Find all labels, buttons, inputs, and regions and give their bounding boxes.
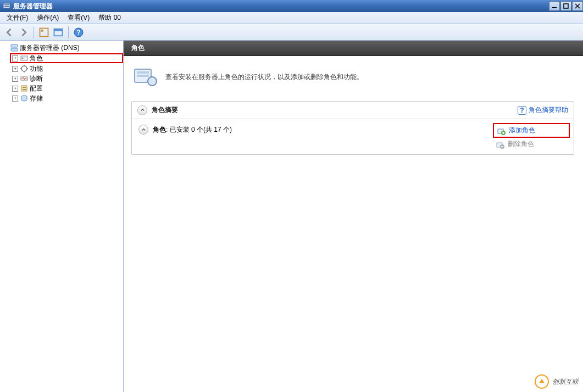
svg-rect-2 xyxy=(4,6,9,7)
section-title: 角色摘要 xyxy=(152,105,518,115)
server-icon xyxy=(10,43,19,52)
roles-large-icon xyxy=(131,64,158,90)
svg-rect-7 xyxy=(40,28,48,36)
tree-item-roles[interactable]: + 角色 xyxy=(10,53,123,63)
content-title: 角色 xyxy=(131,43,145,53)
svg-point-16 xyxy=(22,58,24,59)
roles-actions: 添加角色 删除角色 xyxy=(496,125,567,149)
svg-rect-10 xyxy=(54,29,63,31)
toolbar-btn-1[interactable] xyxy=(38,26,50,38)
main-area: + 服务器管理器 (DNS) + 角色 + 功能 + 诊断 + xyxy=(0,41,583,392)
expander-icon[interactable]: + xyxy=(12,86,18,92)
collapse-button[interactable] xyxy=(138,125,148,135)
tree-item-label: 配置 xyxy=(30,84,43,93)
add-role-link[interactable]: 添加角色 xyxy=(497,126,566,135)
expander-icon[interactable]: + xyxy=(12,76,18,82)
tree-panel: + 服务器管理器 (DNS) + 角色 + 功能 + 诊断 + xyxy=(0,41,124,392)
add-role-icon xyxy=(497,126,506,135)
svg-rect-1 xyxy=(4,4,9,5)
remove-role-link[interactable]: 删除角色 xyxy=(496,139,567,149)
app-icon xyxy=(2,2,11,10)
svg-rect-24 xyxy=(137,71,149,74)
svg-rect-25 xyxy=(137,75,149,77)
roles-count-label: 角色: 已安装 0 个(共 17 个) xyxy=(153,125,232,135)
menu-view[interactable]: 查看(V) xyxy=(63,12,94,24)
roles-summary-section: 角色摘要 ? 角色摘要帮助 角色: 已安装 0 个(共 17 个) xyxy=(131,101,574,155)
expander-icon[interactable]: + xyxy=(12,55,18,61)
svg-rect-14 xyxy=(11,48,18,51)
tree-item-label: 角色 xyxy=(30,54,43,63)
tree-item-features[interactable]: + 功能 xyxy=(10,64,123,74)
roles-row: 角色: 已安装 0 个(共 17 个) 添加角色 删除角色 xyxy=(132,119,574,154)
diagnostics-icon xyxy=(20,74,29,83)
close-button[interactable] xyxy=(572,1,583,11)
roles-installed-line: 角色: 已安装 0 个(共 17 个) xyxy=(138,125,496,135)
back-button[interactable] xyxy=(3,26,15,38)
tree-item-label: 存储 xyxy=(30,94,43,103)
svg-rect-21 xyxy=(23,89,26,90)
toolbar: ? xyxy=(0,24,583,41)
help-button[interactable]: ? xyxy=(73,26,85,38)
storage-icon xyxy=(20,94,29,103)
watermark-text: 创新互联 xyxy=(552,377,579,387)
remove-role-icon xyxy=(496,140,504,149)
tree-root[interactable]: + 服务器管理器 (DNS) xyxy=(0,43,123,53)
collapse-button[interactable] xyxy=(137,105,147,115)
feature-icon xyxy=(20,64,29,73)
toolbar-btn-2[interactable] xyxy=(52,26,64,38)
content-panel: 角色 查看安装在服务器上角色的运行状况，以及添加或删除角色和功能。 角色摘要 ?… xyxy=(124,41,583,392)
help-icon: ? xyxy=(518,106,526,115)
expander-icon[interactable]: + xyxy=(12,66,18,72)
menu-action[interactable]: 操作(A) xyxy=(32,12,63,24)
window-buttons xyxy=(548,1,583,11)
tree-item-label: 功能 xyxy=(30,64,43,74)
svg-text:?: ? xyxy=(76,29,80,36)
svg-point-26 xyxy=(148,77,157,86)
maximize-button[interactable] xyxy=(560,1,571,11)
remove-role-text: 删除角色 xyxy=(508,139,534,149)
svg-rect-3 xyxy=(552,7,557,8)
config-icon xyxy=(20,84,29,93)
watermark-icon xyxy=(535,374,549,389)
watermark: 创新互联 xyxy=(535,374,579,389)
section-header: 角色摘要 ? 角色摘要帮助 xyxy=(132,102,574,119)
role-icon xyxy=(20,54,29,63)
menu-bar: 文件(F) 操作(A) 查看(V) 帮助 00 xyxy=(0,12,583,24)
svg-rect-19 xyxy=(21,86,27,91)
tree-item-label: 诊断 xyxy=(30,74,43,83)
roles-summary-help-link[interactable]: ? 角色摘要帮助 xyxy=(518,105,568,115)
add-role-text: 添加角色 xyxy=(509,126,535,135)
content-body: 查看安装在服务器上角色的运行状况，以及添加或删除角色和功能。 角色摘要 ? 角色… xyxy=(124,56,583,392)
toolbar-separator xyxy=(34,26,34,38)
forward-button[interactable] xyxy=(18,26,30,38)
title-bar: 服务器管理器 xyxy=(0,0,583,12)
content-header: 角色 xyxy=(124,41,583,56)
menu-file[interactable]: 文件(F) xyxy=(2,12,32,24)
svg-rect-8 xyxy=(41,30,43,32)
svg-rect-13 xyxy=(11,44,18,47)
window-title: 服务器管理器 xyxy=(13,2,548,11)
svg-rect-4 xyxy=(564,4,568,8)
svg-rect-0 xyxy=(3,3,10,8)
tree-root-label: 服务器管理器 (DNS) xyxy=(20,43,80,53)
expander-icon[interactable]: + xyxy=(12,96,18,102)
tree-item-config[interactable]: + 配置 xyxy=(10,83,123,93)
intro-text: 查看安装在服务器上角色的运行状况，以及添加或删除角色和功能。 xyxy=(165,72,363,82)
toolbar-separator xyxy=(68,26,69,38)
help-link-text: 角色摘要帮助 xyxy=(529,105,568,115)
tree-item-storage[interactable]: + 存储 xyxy=(10,93,123,103)
svg-point-17 xyxy=(21,66,27,71)
intro-row: 查看安装在服务器上角色的运行状况，以及添加或删除角色和功能。 xyxy=(131,64,574,90)
svg-rect-20 xyxy=(23,87,26,88)
minimize-button[interactable] xyxy=(549,1,560,11)
tree-item-diagnostics[interactable]: + 诊断 xyxy=(10,74,123,83)
menu-help[interactable]: 帮助 00 xyxy=(94,12,125,24)
